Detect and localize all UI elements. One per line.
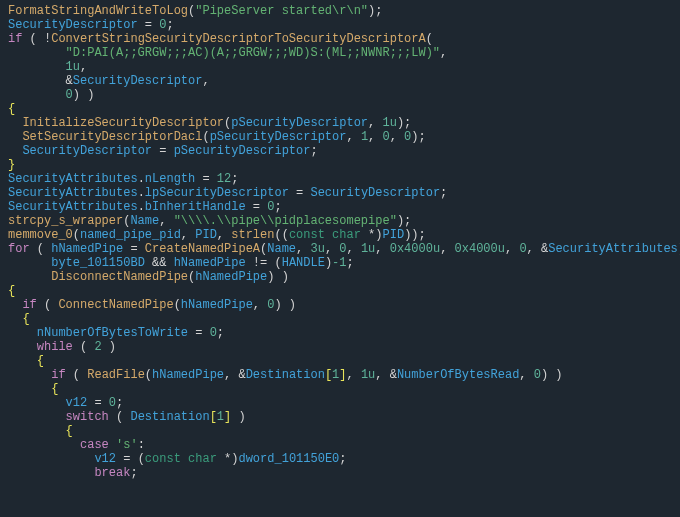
fn-call: strcpy_s_wrapper xyxy=(8,214,123,228)
variable: dword_101150E0 xyxy=(238,452,339,466)
variable: PID xyxy=(195,228,217,242)
fn-call: strlen xyxy=(231,228,274,242)
variable: PID xyxy=(383,228,405,242)
number: 1u xyxy=(66,60,80,74)
number: 0 xyxy=(267,298,274,312)
number: 0 xyxy=(66,88,73,102)
variable: SecurityAttributes xyxy=(8,186,138,200)
keyword: if xyxy=(51,368,65,382)
keyword: break xyxy=(94,466,130,480)
variable: SecurityDescriptor xyxy=(8,18,138,32)
keyword: switch xyxy=(66,410,109,424)
number: 0 xyxy=(404,130,411,144)
type: const char xyxy=(289,228,361,242)
variable: byte_101150BD xyxy=(51,256,145,270)
code-editor[interactable]: FormatStringAndWriteToLog("PipeServer st… xyxy=(0,0,680,484)
variable: SecurityAttributes xyxy=(8,172,138,186)
variable: hNamedPipe xyxy=(174,256,246,270)
variable: SecurityDescriptor xyxy=(22,144,152,158)
variable: Destination xyxy=(246,368,325,382)
number: 0 xyxy=(159,18,166,32)
fn-call: ReadFile xyxy=(87,368,145,382)
number: 0 xyxy=(382,130,389,144)
char: 's' xyxy=(116,438,138,452)
brace: { xyxy=(22,312,29,326)
fn-call: DisconnectNamedPipe xyxy=(51,270,188,284)
variable: SecurityDescriptor xyxy=(73,74,203,88)
fn-call: InitializeSecurityDescriptor xyxy=(22,116,224,130)
number: 1u xyxy=(361,242,375,256)
number: 0 xyxy=(109,396,116,410)
number: 0 xyxy=(267,200,274,214)
brace: } xyxy=(8,158,15,172)
number: 0 xyxy=(339,242,346,256)
keyword: while xyxy=(37,340,73,354)
brace: { xyxy=(51,382,58,396)
number: 1u xyxy=(361,368,375,382)
type: HANDLE xyxy=(282,256,325,270)
fn-call: ConnectNamedPipe xyxy=(58,298,173,312)
brace: { xyxy=(8,284,15,298)
variable: hNamedPipe xyxy=(51,242,123,256)
variable: named_pipe_pid xyxy=(80,228,181,242)
variable: v12 xyxy=(94,452,116,466)
keyword: for xyxy=(8,242,30,256)
variable: Name xyxy=(267,242,296,256)
string: "D:PAI(A;;GRGW;;;AC)(A;;GRGW;;;WD)S:(ML;… xyxy=(66,46,440,60)
variable: hNamedPipe xyxy=(195,270,267,284)
fn-call: CreateNamedPipeA xyxy=(145,242,260,256)
number: -1 xyxy=(332,256,346,270)
variable: Destination xyxy=(130,410,209,424)
number: 1 xyxy=(361,130,368,144)
field: lpSecurityDescriptor xyxy=(145,186,289,200)
number: 0 xyxy=(534,368,541,382)
number: 1 xyxy=(217,410,224,424)
number: 0x4000u xyxy=(390,242,440,256)
keyword: if xyxy=(8,32,22,46)
field: nLength xyxy=(145,172,195,186)
variable: nNumberOfBytesToWrite xyxy=(37,326,188,340)
variable: hNamedPipe xyxy=(181,298,253,312)
fn-call: memmove_0 xyxy=(8,228,73,242)
variable: SecurityDescriptor xyxy=(310,186,440,200)
variable: pSecurityDescriptor xyxy=(174,144,311,158)
number: 3u xyxy=(310,242,324,256)
brace: { xyxy=(8,102,15,116)
variable: NumberOfBytesRead xyxy=(397,368,519,382)
fn-call: ConvertStringSecurityDescriptorToSecurit… xyxy=(51,32,425,46)
variable: v12 xyxy=(66,396,88,410)
number: 0 xyxy=(519,242,526,256)
number: 1u xyxy=(382,116,396,130)
variable: hNamedPipe xyxy=(152,368,224,382)
variable: SecurityAttributes xyxy=(548,242,678,256)
number: 12 xyxy=(217,172,231,186)
fn-call: SetSecurityDescriptorDacl xyxy=(22,130,202,144)
variable: pSecurityDescriptor xyxy=(210,130,347,144)
type: const char xyxy=(145,452,217,466)
field: bInheritHandle xyxy=(145,200,246,214)
variable: pSecurityDescriptor xyxy=(231,116,368,130)
number: 0x4000u xyxy=(455,242,505,256)
number: 2 xyxy=(94,340,101,354)
variable: SecurityAttributes xyxy=(8,200,138,214)
fn-call: FormatStringAndWriteToLog xyxy=(8,4,188,18)
string: "PipeServer started\r\n" xyxy=(195,4,368,18)
keyword: if xyxy=(22,298,36,312)
brace: { xyxy=(66,424,73,438)
string: "\\\\.\\pipe\\pidplacesomepipe" xyxy=(174,214,397,228)
keyword: case xyxy=(80,438,109,452)
brace: { xyxy=(37,354,44,368)
number: 0 xyxy=(210,326,217,340)
variable: Name xyxy=(130,214,159,228)
